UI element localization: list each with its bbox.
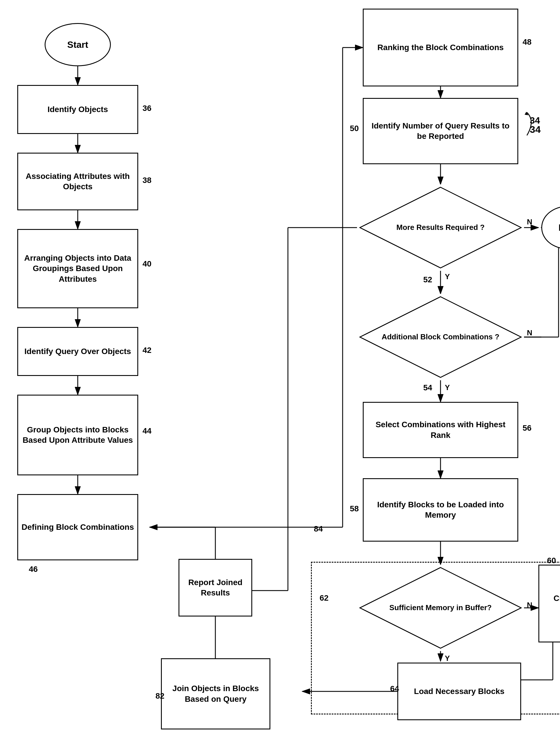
label-56: 56	[523, 423, 532, 433]
sufficient-memory-diamond: Sufficient Memory in Buffer?	[357, 565, 524, 651]
sufficient-memory-N: N	[527, 601, 532, 610]
more-results-N: N	[527, 217, 532, 227]
create-space-label: Create Necessary Space	[542, 593, 560, 614]
label-44: 44	[142, 427, 152, 436]
load-blocks-box: Load Necessary Blocks	[397, 663, 521, 720]
label-46: 46	[29, 565, 38, 574]
ranking-block-box: Ranking the Block Combinations	[363, 9, 518, 86]
label-38: 38	[142, 176, 152, 185]
end-oval: End	[541, 206, 560, 249]
defining-block-label: Defining Block Combinations	[22, 522, 134, 532]
label-60: 60	[547, 556, 556, 565]
label-82: 82	[156, 691, 164, 701]
additional-block-label: Additional Block Combinations ?	[382, 332, 500, 341]
flowchart-diagram: 34 Start Identify Objects 36 Associating…	[0, 0, 560, 747]
associating-attrs-label: Associating Attributes with Objects	[21, 171, 134, 192]
label-40: 40	[142, 259, 152, 268]
label-62: 62	[320, 593, 328, 603]
label-48: 48	[523, 37, 532, 47]
identify-query-box: Identify Query Over Objects	[17, 327, 138, 376]
sufficient-memory-label: Sufficient Memory in Buffer?	[389, 603, 491, 612]
identify-blocks-label: Identify Blocks to be Loaded into Memory	[367, 499, 514, 520]
select-combinations-box: Select Combinations with Highest Rank	[363, 402, 518, 458]
additional-block-diamond: Additional Block Combinations ?	[357, 294, 524, 380]
identify-objects-box: Identify Objects	[17, 85, 138, 134]
additional-block-N: N	[527, 328, 532, 337]
report-results-label: Report Joined Results	[182, 577, 248, 598]
label-50: 50	[350, 124, 359, 133]
identify-objects-label: Identify Objects	[48, 104, 108, 115]
label-36: 36	[142, 104, 152, 113]
identify-number-box: Identify Number of Query Results to be R…	[363, 98, 518, 164]
ranking-block-label: Ranking the Block Combinations	[377, 42, 504, 53]
identify-blocks-box: Identify Blocks to be Loaded into Memory	[363, 478, 518, 542]
start-label: Start	[68, 40, 88, 50]
group-objects-label: Group Objects into Blocks Based Upon Att…	[21, 424, 134, 446]
end-label: End	[559, 223, 560, 233]
label-34-curve	[512, 109, 541, 138]
sufficient-memory-Y: Y	[445, 654, 450, 663]
defining-block-box: Defining Block Combinations	[17, 494, 138, 560]
load-blocks-label: Load Necessary Blocks	[414, 686, 504, 697]
identify-query-label: Identify Query Over Objects	[25, 346, 131, 357]
label-64: 64	[390, 684, 399, 693]
arranging-objects-label: Arranging Objects into Data Groupings Ba…	[21, 253, 134, 284]
label-58: 58	[350, 504, 359, 513]
join-objects-label: Join Objects in Blocks Based on Query	[165, 683, 267, 704]
additional-block-Y: Y	[445, 383, 450, 392]
report-results-box: Report Joined Results	[179, 559, 252, 617]
label-84: 84	[314, 524, 323, 534]
label-54: 54	[423, 383, 432, 392]
select-combinations-label: Select Combinations with Highest Rank	[367, 419, 514, 440]
create-space-box: Create Necessary Space	[538, 565, 560, 642]
join-objects-box: Join Objects in Blocks Based on Query	[161, 658, 270, 729]
more-results-Y: Y	[445, 272, 450, 281]
label-52: 52	[423, 275, 432, 284]
group-objects-box: Group Objects into Blocks Based Upon Att…	[17, 395, 138, 475]
start-oval: Start	[45, 23, 111, 66]
arranging-objects-box: Arranging Objects into Data Groupings Ba…	[17, 229, 138, 308]
associating-attrs-box: Associating Attributes with Objects	[17, 153, 138, 210]
label-42: 42	[142, 346, 152, 355]
more-results-diamond: More Results Required ?	[357, 184, 524, 271]
identify-number-label: Identify Number of Query Results to be R…	[367, 121, 514, 142]
more-results-label: More Results Required ?	[397, 223, 485, 232]
